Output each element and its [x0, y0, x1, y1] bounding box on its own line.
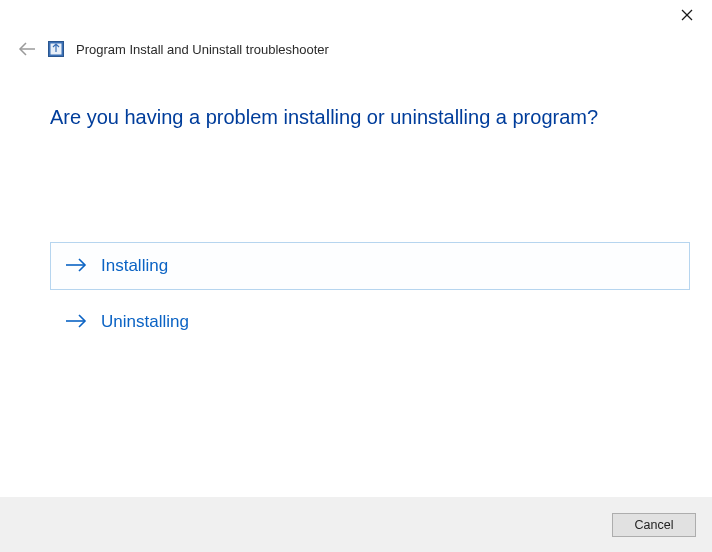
option-uninstalling[interactable]: Uninstalling	[50, 298, 690, 346]
back-button[interactable]	[18, 40, 36, 58]
options-list: Installing Uninstalling	[50, 242, 694, 346]
titlebar	[0, 0, 712, 32]
header: Program Install and Uninstall troublesho…	[0, 32, 712, 64]
arrow-right-icon	[65, 258, 87, 275]
option-label: Uninstalling	[101, 312, 189, 332]
arrow-right-icon	[65, 314, 87, 331]
app-title: Program Install and Uninstall troublesho…	[76, 42, 329, 57]
option-installing[interactable]: Installing	[50, 242, 690, 290]
option-label: Installing	[101, 256, 168, 276]
footer: Cancel	[0, 497, 712, 552]
page-heading: Are you having a problem installing or u…	[50, 104, 694, 130]
cancel-button[interactable]: Cancel	[612, 513, 696, 537]
close-button[interactable]	[680, 8, 694, 22]
content-area: Are you having a problem installing or u…	[0, 64, 712, 346]
troubleshooter-icon	[48, 41, 64, 57]
